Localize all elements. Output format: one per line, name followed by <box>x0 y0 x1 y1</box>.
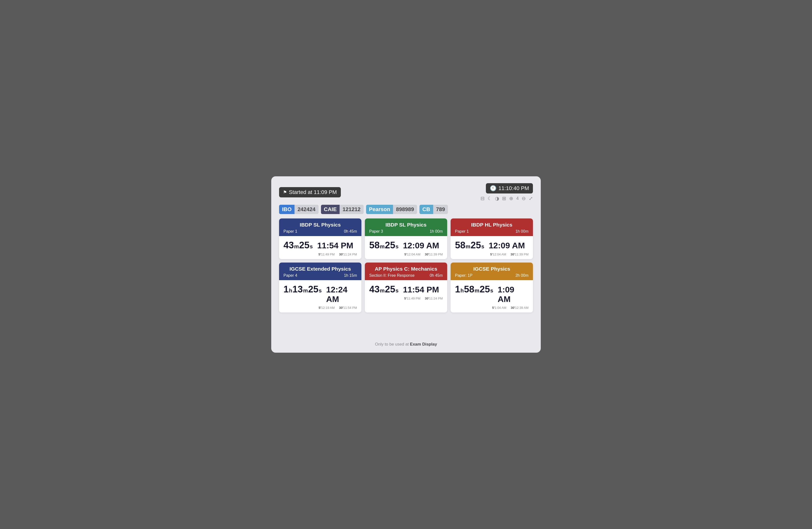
clock-icon: 🕙 <box>490 185 496 192</box>
card-body-4: 1h 13m 25s 12:24 AM 5'12:19 AM 30'11:54 … <box>279 280 361 312</box>
card-body-2: 58m 25s 12:09 AM 5'12:04 AM 30'11:39 PM <box>365 236 447 259</box>
duration-2: 1h 00m <box>430 229 443 234</box>
sub-5-5: 5'11:49 PM <box>404 297 420 300</box>
countdown-s-6: 25 <box>479 284 490 295</box>
contrast-icon[interactable]: ◑ <box>495 195 499 201</box>
sub-30-6: 30'12:39 AM <box>511 306 529 310</box>
countdown-3: 58m 25s <box>455 240 484 251</box>
expand-icon[interactable]: ⤢ <box>529 195 533 201</box>
moon-icon[interactable]: ☾ <box>488 195 492 201</box>
sub-times-6: 5'1:04 AM 30'12:39 AM <box>455 306 528 310</box>
caie-value: 121212 <box>339 205 363 214</box>
sub-30-5: 30'11:24 PM <box>425 297 443 300</box>
end-time-6: 1:09 AM <box>498 285 528 304</box>
card-title-2: IBDP SL Physics <box>369 222 443 228</box>
sub-5-1: 5'11:49 PM <box>319 252 335 256</box>
footer: Only to be used at Exam Display <box>279 337 533 347</box>
sub-times-4: 5'12:19 AM 30'11:54 PM <box>284 306 357 310</box>
card-header-5: AP Physics C: Mechanics Section II: Free… <box>365 263 447 280</box>
countdown-m-1: 43 <box>284 240 294 251</box>
zoom-out-icon[interactable]: ⊖ <box>522 195 526 201</box>
ibo-label: IBO <box>279 205 294 214</box>
footer-bold: Exam Display <box>410 342 437 347</box>
started-label: Started at 11:09 PM <box>289 189 337 195</box>
id-badge-ibo: IBO 242424 <box>279 205 319 214</box>
card-header-1: IBDP SL Physics Paper 1 0h 45m <box>279 219 361 236</box>
sub-30-2: 30'11:39 PM <box>425 252 443 256</box>
countdown-2: 58m 25s <box>369 240 398 251</box>
card-ibdp-hl-physics-1: IBDP HL Physics Paper 1 1h 00m 58m 25s 1… <box>451 219 533 259</box>
zoom-in-icon[interactable]: ⊕ <box>509 195 513 201</box>
card-sub-5: Section II: Free Response 0h 45m <box>369 273 443 278</box>
countdown-h-4: 1 <box>284 284 289 295</box>
duration-3: 1h 00m <box>516 229 528 234</box>
card-igcse-physics: IGCSE Physics Paper: 1P 2h 00m 1h 58m 25… <box>451 263 533 312</box>
countdown-5: 43m 25s <box>369 284 398 295</box>
time-row-1: 43m 25s 11:54 PM <box>284 240 357 251</box>
countdown-m-3: 58 <box>455 240 465 251</box>
paper-2: Paper 3 <box>369 229 383 234</box>
card-sub-3: Paper 1 1h 00m <box>455 229 528 234</box>
card-ibdp-sl-physics-3: IBDP SL Physics Paper 3 1h 00m 58m 25s 1… <box>365 219 447 259</box>
countdown-1: 43m 25s <box>284 240 313 251</box>
duration-1: 0h 45m <box>344 229 357 234</box>
cards-grid: IBDP SL Physics Paper 1 0h 45m 43m 25s 1… <box>279 219 533 312</box>
card-body-1: 43m 25s 11:54 PM 5'11:49 PM 30'11:24 PM <box>279 236 361 259</box>
countdown-m-6: 58 <box>464 284 474 295</box>
end-time-5: 11:54 PM <box>403 285 439 294</box>
id-badge-caie: CAIE 121212 <box>321 205 364 214</box>
main-container: ⚑ Started at 11:09 PM 🕙 11:10:40 PM ⊟ ☾ … <box>271 176 541 353</box>
time-row-4: 1h 13m 25s 12:24 AM <box>284 284 357 304</box>
countdown-s-3: 25 <box>471 240 481 251</box>
card-title-3: IBDP HL Physics <box>455 222 528 228</box>
paper-3: Paper 1 <box>455 229 469 234</box>
card-header-2: IBDP SL Physics Paper 3 1h 00m <box>365 219 447 236</box>
time-row-6: 1h 58m 25s 1:09 AM <box>455 284 528 304</box>
grid-icon[interactable]: ⊞ <box>502 195 506 201</box>
card-sub-1: Paper 1 0h 45m <box>284 229 357 234</box>
sub-30-1: 30'11:24 PM <box>339 252 357 256</box>
sub-5-3: 5'12:04 AM <box>490 252 506 256</box>
time-row-3: 58m 25s 12:09 AM <box>455 240 528 251</box>
card-title-4: IGCSE Extended Physics <box>284 266 357 272</box>
end-time-4: 12:24 AM <box>326 285 357 304</box>
card-title-1: IBDP SL Physics <box>284 222 357 228</box>
countdown-s-2: 25 <box>385 240 395 251</box>
card-sub-6: Paper: 1P 2h 00m <box>455 273 528 278</box>
sub-30-3: 30'11:39 PM <box>511 252 528 256</box>
card-header-6: IGCSE Physics Paper: 1P 2h 00m <box>451 263 533 280</box>
paper-5: Section II: Free Response <box>369 273 415 278</box>
header-right: 🕙 11:10:40 PM ⊟ ☾ ◑ ⊞ ⊕ 4 ⊖ ⤢ <box>480 183 533 201</box>
paper-1: Paper 1 <box>284 229 297 234</box>
card-sub-2: Paper 3 1h 00m <box>369 229 443 234</box>
card-sub-4: Paper 4 1h 15m <box>284 273 357 278</box>
countdown-h-6: 1 <box>455 284 460 295</box>
countdown-4: 1h 13m 25s <box>284 284 322 295</box>
card-ap-physics-c: AP Physics C: Mechanics Section II: Free… <box>365 263 447 312</box>
card-title-6: IGCSE Physics <box>455 266 528 272</box>
countdown-s-4: 25 <box>308 284 318 295</box>
cb-label: CB <box>419 205 433 214</box>
sub-5-2: 5'12:04 AM <box>405 252 420 256</box>
sub-5-6: 5'1:04 AM <box>492 306 506 310</box>
time-row-5: 43m 25s 11:54 PM <box>369 284 443 295</box>
monitor-icon[interactable]: ⊟ <box>480 195 485 201</box>
caie-label: CAIE <box>321 205 340 214</box>
footer-text: Only to be used at <box>375 342 410 347</box>
pearson-value: 898989 <box>393 205 417 214</box>
paper-4: Paper 4 <box>284 273 297 278</box>
ids-row: IBO 242424 CAIE 121212 Pearson 898989 CB… <box>279 205 533 214</box>
flag-icon: ⚑ <box>283 190 287 195</box>
top-right-icons: ⊟ ☾ ◑ ⊞ ⊕ 4 ⊖ ⤢ <box>480 195 533 201</box>
card-body-6: 1h 58m 25s 1:09 AM 5'1:04 AM 30'12:39 AM <box>451 280 533 312</box>
card-body-3: 58m 25s 12:09 AM 5'12:04 AM 30'11:39 PM <box>451 236 533 259</box>
sub-times-2: 5'12:04 AM 30'11:39 PM <box>369 252 443 256</box>
clock-badge: 🕙 11:10:40 PM <box>486 183 533 193</box>
sub-times-1: 5'11:49 PM 30'11:24 PM <box>284 252 357 256</box>
countdown-m-2: 58 <box>369 240 379 251</box>
end-time-3: 12:09 AM <box>489 241 525 250</box>
started-badge: ⚑ Started at 11:09 PM <box>279 187 341 197</box>
card-header-4: IGCSE Extended Physics Paper 4 1h 15m <box>279 263 361 280</box>
duration-5: 0h 45m <box>430 273 443 278</box>
clock-label: 11:10:40 PM <box>498 185 529 192</box>
